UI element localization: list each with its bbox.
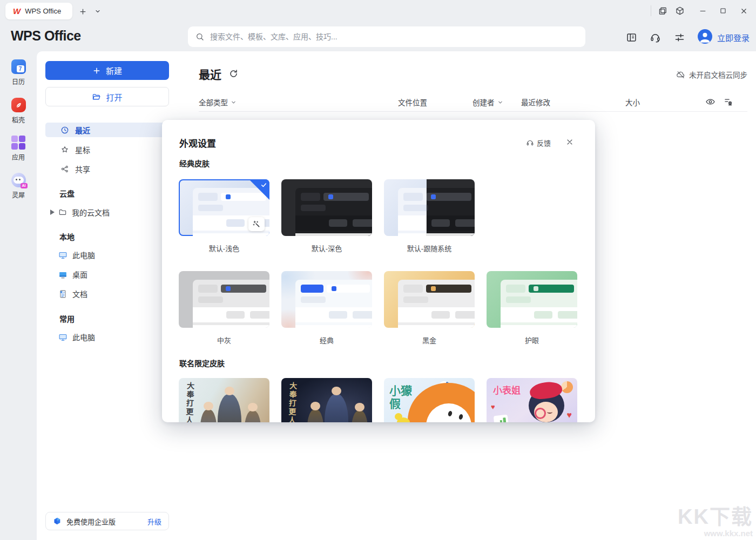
- rail-item-lingxi[interactable]: AI 灵犀: [0, 173, 37, 199]
- skin-thumb-default-light[interactable]: [179, 179, 269, 236]
- calendar-icon: 7: [11, 59, 26, 74]
- rail-item-apps[interactable]: 应用: [0, 136, 37, 161]
- skin-thumb-dafeng-dark[interactable]: 大奉打更人: [281, 378, 372, 422]
- magic-wand-icon: [252, 220, 261, 228]
- column-header-size[interactable]: 大小: [625, 97, 640, 107]
- folder-icon: [58, 208, 67, 217]
- sidebar-item-recent[interactable]: 最近: [45, 123, 169, 137]
- open-folder-icon: [92, 92, 101, 102]
- rail-item-docer[interactable]: 稻壳: [0, 98, 37, 124]
- rail-item-calendar[interactable]: 7 日历: [0, 59, 37, 86]
- headset-icon: [650, 32, 661, 43]
- refresh-icon: [228, 69, 239, 79]
- login-button[interactable]: 立即登录: [717, 32, 750, 43]
- chevron-down-icon: [231, 99, 237, 105]
- plus-icon: [79, 8, 87, 16]
- filter-all-types[interactable]: 全部类型: [199, 97, 237, 107]
- sidebar-item-shared[interactable]: 共享: [45, 161, 169, 176]
- skin-label: 黑金: [422, 335, 436, 345]
- enterprise-promo-button[interactable]: 免费使用企业版 升级: [45, 512, 169, 530]
- list-settings-button[interactable]: [723, 97, 733, 107]
- sidebar-item-starred[interactable]: 星标: [45, 142, 169, 157]
- skin-thumb-default-dark[interactable]: [281, 179, 372, 236]
- skin-thumb-follow-system[interactable]: [384, 179, 475, 236]
- skin-thumb-mengo-holiday[interactable]: 小獴假: [384, 378, 475, 422]
- sidebar-item-this-pc-frequent[interactable]: 此电脑: [45, 330, 169, 343]
- list-separator: [199, 111, 747, 112]
- chart-note-decoration: [494, 415, 509, 422]
- skin-thumb-xiaobiaojie[interactable]: ♥ ♥ 小表姐: [487, 378, 577, 422]
- open-file-button[interactable]: 打开: [45, 87, 169, 106]
- sliders-icon: [674, 32, 685, 43]
- side-panel-button[interactable]: [624, 30, 638, 44]
- new-document-button[interactable]: 新建: [45, 61, 169, 80]
- cloud-off-icon: [676, 70, 685, 79]
- sidebar-item-documents[interactable]: 文档: [45, 287, 169, 300]
- computer-icon: [58, 251, 68, 260]
- computer-icon: [58, 333, 68, 342]
- close-icon: [740, 7, 748, 15]
- headset-icon: [526, 139, 534, 147]
- chevron-down-icon: [497, 99, 503, 105]
- new-tab-button[interactable]: [76, 4, 90, 18]
- sidebar-item-desktop[interactable]: 桌面: [45, 268, 169, 281]
- preview-toggle-button[interactable]: [705, 97, 716, 107]
- tab-list-button[interactable]: [91, 4, 105, 18]
- dialog-title: 外观设置: [179, 136, 216, 150]
- skin-label: 默认-跟随系统: [407, 243, 451, 253]
- titlebar: W WPS Office: [0, 0, 756, 22]
- cloud-sync-status[interactable]: 未开启文档云同步: [676, 69, 747, 80]
- minimize-button[interactable]: [694, 3, 711, 19]
- eye-icon: [705, 97, 716, 107]
- upgrade-link[interactable]: 升级: [147, 516, 161, 526]
- skin-thumb-classic[interactable]: [281, 271, 372, 328]
- skin-label: 护眼: [525, 335, 539, 345]
- feedback-button[interactable]: 反馈: [526, 138, 551, 148]
- cascade-windows-button[interactable]: [654, 3, 671, 19]
- dialog-close-button[interactable]: [564, 136, 576, 148]
- pie-decoration: [561, 381, 573, 393]
- column-header-creator[interactable]: 创建者: [473, 97, 503, 107]
- column-header-location[interactable]: 文件位置: [398, 97, 427, 107]
- refresh-button[interactable]: [228, 69, 239, 79]
- avatar[interactable]: [698, 29, 712, 44]
- skin-label: 默认-深色: [312, 243, 342, 253]
- support-button[interactable]: [648, 30, 662, 44]
- maximize-button[interactable]: [715, 3, 731, 19]
- section-cloud: 云盘: [59, 188, 75, 199]
- app-tab-wps-office[interactable]: W WPS Office: [5, 3, 72, 19]
- settings-button[interactable]: [672, 30, 686, 44]
- search-input[interactable]: [209, 32, 578, 42]
- page-title: 最近: [199, 66, 221, 82]
- cobrand-skins-section-title: 联名限定皮肤: [179, 357, 225, 368]
- artwork-title: 大奉打更人: [183, 382, 195, 422]
- sidebar-item-cloud-docs[interactable]: 我的云文档: [45, 206, 169, 219]
- artwork-title: 小獴假: [389, 384, 423, 410]
- list-settings-icon: [723, 97, 733, 107]
- document-icon: [58, 289, 68, 299]
- classic-skins-section-title: 经典皮肤: [179, 158, 210, 168]
- desktop-icon: [58, 270, 68, 279]
- sidebar-item-this-pc[interactable]: 此电脑: [45, 248, 169, 261]
- user-icon: [698, 29, 712, 44]
- section-local: 本地: [59, 231, 75, 242]
- share-icon: [60, 165, 69, 173]
- global-search[interactable]: [188, 26, 585, 47]
- cascade-windows-icon: [658, 6, 667, 16]
- artwork-title: 小表姐: [493, 383, 521, 396]
- skin-thumb-dafeng-light[interactable]: 大奉打更人: [179, 378, 269, 422]
- close-button[interactable]: [735, 3, 752, 19]
- skin-thumb-black-gold[interactable]: [384, 271, 475, 328]
- column-header-modified[interactable]: 最近修改: [521, 97, 550, 107]
- minimize-icon: [699, 7, 707, 15]
- skin-thumb-eye-care[interactable]: [487, 271, 577, 328]
- wps-office-window: W WPS Office WPS Office: [0, 0, 756, 540]
- workspace-button[interactable]: [672, 3, 688, 19]
- section-frequent: 常用: [59, 313, 75, 324]
- cube-icon: [675, 6, 685, 16]
- customize-skin-button[interactable]: [248, 217, 265, 231]
- skin-thumb-gray[interactable]: [179, 271, 269, 328]
- maximize-icon: [719, 7, 727, 15]
- skin-label: 经典: [320, 335, 334, 345]
- artwork-title: 大奉打更人: [286, 382, 298, 422]
